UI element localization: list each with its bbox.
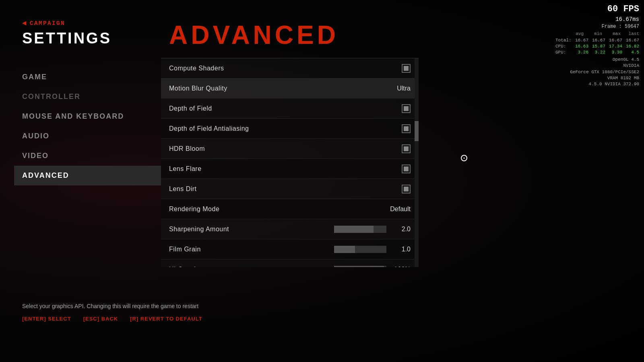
- perf-cpu-min: 15.87: [590, 43, 605, 49]
- perf-frame: Frame : 59647: [549, 23, 639, 30]
- back-arrow-icon: ◄: [22, 19, 27, 27]
- setting-ui-opacity[interactable]: UI Opacity 100%: [161, 259, 419, 267]
- scrollbar-track[interactable]: [415, 58, 419, 267]
- perf-gpu-model: GeForce GTX 1080/PCIe/SSE2: [549, 69, 639, 75]
- scrollbar-thumb[interactable]: [415, 121, 419, 141]
- perf-cpu-max: 17.34: [607, 43, 622, 49]
- perf-total-last: 16.67: [624, 37, 639, 43]
- bottom-bar: Select your graphics API. Changing this …: [22, 303, 644, 322]
- dof-antialiasing-value[interactable]: [402, 124, 411, 133]
- film-grain-text: 1.0: [390, 246, 411, 253]
- perf-gpu-avg: 3.26: [573, 49, 588, 56]
- setting-dof-antialiasing[interactable]: Depth of Field Antialiasing: [161, 119, 419, 139]
- page-wrapper: ◄ CAMPAIGN SETTINGS GAME CONTROLLER MOUS…: [0, 0, 644, 362]
- film-grain-value[interactable]: 1.0: [334, 246, 411, 253]
- compute-shaders-value[interactable]: [402, 64, 411, 73]
- settings-title: SETTINGS: [22, 30, 161, 47]
- ui-opacity-text: 100%: [390, 266, 411, 267]
- perf-cpu-avg: 16.63: [573, 43, 588, 49]
- ui-opacity-value[interactable]: 100%: [334, 266, 411, 267]
- setting-lens-dirt[interactable]: Lens Dirt: [161, 179, 419, 199]
- perf-opengl: OpenGL 4.5: [549, 57, 639, 63]
- setting-depth-of-field[interactable]: Depth of Field: [161, 99, 419, 119]
- depth-of-field-checkbox[interactable]: [402, 104, 411, 113]
- lens-dirt-value[interactable]: [402, 185, 411, 193]
- sharpening-amount-label: Sharpening Amount: [169, 226, 229, 233]
- depth-of-field-value[interactable]: [402, 104, 411, 113]
- campaign-label: CAMPAIGN: [30, 20, 65, 27]
- sidebar-item-video[interactable]: VIDEO: [22, 146, 161, 166]
- perf-col-avg: avg: [568, 31, 584, 37]
- film-grain-slider[interactable]: [334, 246, 386, 253]
- sidebar-item-audio[interactable]: AUDIO: [22, 126, 161, 146]
- rendering-mode-text: Default: [390, 206, 411, 213]
- dof-antialiasing-checkbox[interactable]: [402, 124, 411, 133]
- perf-cpu-last: 16.82: [624, 43, 639, 49]
- perf-gpu-label: GPU:: [555, 49, 572, 56]
- sharpening-amount-slider[interactable]: [334, 226, 386, 233]
- perf-gpu-min: 3.22: [590, 49, 605, 56]
- rendering-mode-label: Rendering Mode: [169, 206, 219, 213]
- ui-opacity-slider[interactable]: [334, 266, 386, 267]
- motion-blur-quality-text: Ultra: [397, 85, 411, 92]
- ui-opacity-label: UI Opacity: [169, 266, 201, 267]
- perf-gpu-row: GPU: 3.26 3.22 3.30 4.5: [549, 49, 639, 56]
- perf-gpu-max: 3.30: [607, 49, 622, 56]
- hint-text: Select your graphics API. Changing this …: [22, 303, 644, 309]
- perf-col-last: last: [624, 31, 639, 37]
- lens-dirt-checkbox[interactable]: [402, 185, 411, 193]
- setting-compute-shaders[interactable]: Compute Shaders: [161, 58, 419, 78]
- perf-total-row: Total: 16.67 16.67 16.67 16.67: [549, 37, 639, 43]
- setting-sharpening-amount[interactable]: Sharpening Amount 2.0: [161, 219, 419, 239]
- sidebar-item-controller: CONTROLLER: [22, 87, 161, 107]
- sidebar-back[interactable]: ◄ CAMPAIGN: [22, 19, 161, 27]
- control-esc-back[interactable]: [ESC] BACK: [83, 316, 118, 322]
- perf-gpu-last: 4.5: [624, 49, 639, 56]
- rendering-mode-value[interactable]: Default: [390, 206, 411, 213]
- setting-motion-blur-quality[interactable]: Motion Blur Quality Ultra: [161, 78, 419, 99]
- sidebar-item-game[interactable]: GAME: [22, 67, 161, 87]
- sharpening-amount-value[interactable]: 2.0: [334, 226, 411, 233]
- perf-overlay: 60 FPS 16.67ms Frame : 59647 avg min max…: [549, 3, 639, 88]
- perf-header-row: avg min max last: [549, 31, 639, 37]
- setting-rendering-mode[interactable]: Rendering Mode Default: [161, 199, 419, 219]
- settings-panel: Compute Shaders Motion Blur Quality Ultr…: [161, 58, 419, 267]
- sharpening-amount-text: 2.0: [390, 226, 411, 233]
- perf-total-min: 16.67: [590, 37, 605, 43]
- main-nav: GAME CONTROLLER MOUSE AND KEYBOARD AUDIO…: [22, 67, 161, 185]
- controls-bar: [ENTER] SELECT [ESC] BACK [R] REVERT TO …: [22, 316, 644, 322]
- perf-vram: VRAM 8192 MB: [549, 75, 639, 81]
- setting-film-grain[interactable]: Film Grain 1.0: [161, 239, 419, 259]
- control-r-revert[interactable]: [R] REVERT TO DEFAULT: [130, 316, 202, 322]
- sidebar-item-mouse-keyboard[interactable]: MOUSE AND KEYBOARD: [22, 107, 161, 126]
- control-enter-select[interactable]: [ENTER] SELECT: [22, 316, 71, 322]
- lens-flare-checkbox[interactable]: [402, 165, 411, 173]
- sharpening-amount-fill: [334, 226, 374, 233]
- ui-opacity-fill: [334, 266, 384, 267]
- hdr-bloom-label: HDR Bloom: [169, 145, 205, 152]
- motion-blur-quality-value[interactable]: Ultra: [397, 85, 411, 92]
- hdr-bloom-value[interactable]: [402, 144, 411, 153]
- depth-of-field-label: Depth of Field: [169, 105, 212, 112]
- film-grain-label: Film Grain: [169, 246, 201, 253]
- perf-table: avg min max last Total: 16.67 16.67 16.6…: [549, 31, 639, 56]
- perf-total-max: 16.67: [607, 37, 622, 43]
- perf-cpu-label: CPU:: [555, 43, 572, 49]
- perf-driver: 4.5.0 NVIDIA 372.90: [549, 81, 639, 87]
- film-grain-fill: [334, 246, 355, 253]
- lens-flare-label: Lens Flare: [169, 165, 202, 173]
- perf-cpu-row: CPU: 16.63 15.87 17.34 16.82: [549, 43, 639, 49]
- perf-col-min: min: [587, 31, 602, 37]
- setting-lens-flare[interactable]: Lens Flare: [161, 159, 419, 179]
- dof-antialiasing-label: Depth of Field Antialiasing: [169, 125, 249, 132]
- compute-shaders-label: Compute Shaders: [169, 65, 224, 72]
- perf-total-avg: 16.67: [573, 37, 588, 43]
- perf-ms: 16.67ms: [549, 16, 639, 24]
- sidebar-item-advanced[interactable]: ADVANCED: [14, 166, 161, 185]
- motion-blur-quality-label: Motion Blur Quality: [169, 85, 227, 92]
- lens-flare-value[interactable]: [402, 165, 411, 173]
- hdr-bloom-checkbox[interactable]: [402, 144, 411, 153]
- perf-col-max: max: [605, 31, 621, 37]
- setting-hdr-bloom[interactable]: HDR Bloom: [161, 139, 419, 159]
- compute-shaders-checkbox[interactable]: [402, 64, 411, 73]
